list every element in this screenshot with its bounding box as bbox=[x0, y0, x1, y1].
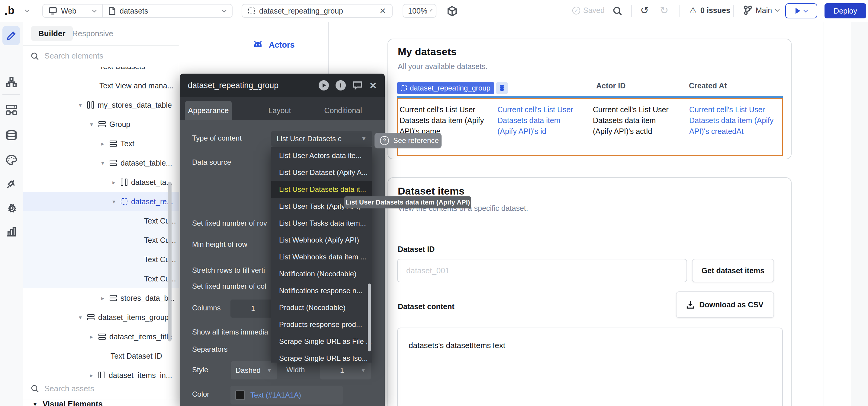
close-icon[interactable]: ✕ bbox=[369, 80, 377, 91]
dropdown-scrollbar[interactable] bbox=[368, 283, 371, 351]
dropdown-option[interactable]: List User Dataset (Apify A... bbox=[271, 164, 372, 181]
property-panel-header[interactable]: dataset_repeating_group i ✕ bbox=[180, 74, 385, 97]
run-icon[interactable] bbox=[319, 80, 329, 91]
plugin-icon[interactable] bbox=[5, 178, 18, 190]
type-of-content-select[interactable]: List User Datasets c ▼ bbox=[271, 131, 372, 146]
palette-icon[interactable] bbox=[5, 154, 18, 166]
dropdown-option[interactable]: Scrape Single URL as File ... bbox=[271, 333, 372, 350]
database-icon[interactable] bbox=[5, 129, 18, 141]
separator-style-select[interactable]: Dashed▼ bbox=[231, 361, 277, 379]
tab-builder[interactable]: Builder bbox=[31, 26, 73, 41]
cell-createdat[interactable]: Current cell's List User Datasets data i… bbox=[689, 104, 784, 137]
tree-item-group[interactable]: ▾Group bbox=[23, 114, 179, 134]
set-rows-label: Set fixed number of rov bbox=[192, 219, 267, 228]
tree-item-text-cu-3[interactable]: Text Cu... bbox=[23, 250, 179, 269]
redo-icon[interactable]: ↻ bbox=[660, 4, 669, 16]
tree-item-dataset-items-in[interactable]: ▸dataset_items_in... bbox=[23, 366, 179, 378]
dropdown-option[interactable]: Product (Nocodable) bbox=[271, 299, 372, 316]
page-select[interactable]: datasets bbox=[103, 7, 232, 15]
dataset-content-box[interactable]: datasets's datasetItemsText bbox=[397, 328, 783, 406]
info-icon[interactable]: i bbox=[336, 80, 346, 91]
tab-layout[interactable]: Layout bbox=[255, 101, 304, 120]
dropdown-option-highlighted[interactable]: List User Datasets data it... bbox=[271, 181, 372, 198]
my-datasets-title: My datasets bbox=[398, 46, 457, 58]
get-dataset-items-button[interactable]: Get dataset items bbox=[692, 259, 774, 282]
dropdown-option[interactable]: List User Tasks data item... bbox=[271, 215, 372, 232]
dataset-repeating-group-chip[interactable]: dataset_repeating_group bbox=[397, 82, 494, 94]
components-icon[interactable] bbox=[5, 104, 18, 116]
cell-actid[interactable]: Current cell's List User Datasets data i… bbox=[593, 104, 673, 137]
expand-arrow-icon[interactable]: ▸ bbox=[99, 140, 106, 147]
search-assets-input[interactable] bbox=[44, 384, 154, 394]
app-logo[interactable]: b bbox=[8, 4, 14, 17]
dropdown-option[interactable]: List Webhooks data item ... bbox=[271, 248, 372, 265]
dropdown-option[interactable]: Notifications response n... bbox=[271, 282, 372, 299]
dropdown-option[interactable]: List Webhook (Apify API) bbox=[271, 232, 372, 248]
tree-item-dataset-re-selected[interactable]: ▾dataset_re... bbox=[23, 192, 179, 211]
cube-icon[interactable] bbox=[446, 5, 458, 17]
element-tab[interactable]: dataset_repeating_group ✕ bbox=[242, 4, 393, 18]
tree-item-text-cu-4[interactable]: Text Cu... bbox=[23, 269, 179, 289]
platform-select[interactable]: Web bbox=[43, 7, 102, 15]
dataset-id-input[interactable] bbox=[397, 259, 687, 282]
chart-icon[interactable] bbox=[5, 226, 18, 238]
tree-item-text-cu-1[interactable]: Text Cu... bbox=[23, 211, 179, 231]
deploy-button[interactable]: Deploy bbox=[825, 3, 866, 19]
search-icon[interactable] bbox=[613, 6, 622, 16]
collapse-arrow-icon[interactable]: ▾ bbox=[111, 198, 117, 205]
expand-arrow-icon[interactable]: ▸ bbox=[88, 372, 95, 378]
branch-select[interactable]: Main bbox=[744, 5, 779, 15]
tree-item-my-stores-data-table[interactable]: ▾my_stores_data_table bbox=[23, 95, 179, 114]
download-csv-button[interactable]: Download as CSV bbox=[676, 292, 774, 318]
search-elements-row bbox=[23, 45, 179, 67]
dropdown-option[interactable]: Scrape Single URL as Iso... bbox=[271, 350, 372, 363]
search-elements-input[interactable] bbox=[44, 51, 154, 61]
tab-appearance[interactable]: Appearance bbox=[185, 101, 232, 120]
tree-item-text-cu-2[interactable]: Text Cu... bbox=[23, 231, 179, 250]
tree-item-dataset-table[interactable]: ▾dataset_table... bbox=[23, 153, 179, 173]
tab-responsive[interactable]: Responsive bbox=[67, 26, 118, 41]
collapse-arrow-icon[interactable]: ▾ bbox=[88, 121, 95, 128]
nav-item-actors[interactable]: Actors bbox=[252, 40, 295, 50]
comment-icon[interactable] bbox=[352, 81, 363, 90]
collapse-arrow-icon[interactable]: ▾ bbox=[77, 102, 84, 109]
expand-arrow-icon[interactable]: ▸ bbox=[111, 179, 117, 186]
dropdown-option[interactable]: Notification (Nocodable) bbox=[271, 265, 372, 282]
dropdown-option[interactable]: List User Actors data ite... bbox=[271, 147, 372, 164]
tree-scrollbar[interactable] bbox=[168, 181, 172, 341]
separator-color-picker[interactable]: Text (#1A1A1A) bbox=[230, 386, 343, 405]
cell-id[interactable]: Current cell's List User Datasets data i… bbox=[497, 104, 581, 137]
data-source-badge[interactable] bbox=[496, 82, 508, 94]
collapse-arrow-icon[interactable]: ▾ bbox=[77, 314, 84, 321]
dropdown-option[interactable]: Products response prod... bbox=[271, 316, 372, 333]
gear-icon[interactable] bbox=[5, 202, 18, 214]
tree-item-text[interactable]: ▸Text bbox=[23, 134, 179, 153]
repeating-group-selection-outline[interactable]: Current cell's List User Datasets data i… bbox=[397, 98, 783, 156]
preview-button[interactable] bbox=[785, 3, 817, 19]
tab-conditional[interactable]: Conditional bbox=[316, 101, 370, 120]
visual-elements-section[interactable]: ▾ Visual Elements bbox=[32, 399, 103, 406]
tree-item-text-view[interactable]: Text View and mana... bbox=[23, 76, 179, 95]
min-height-label: Min height of row bbox=[192, 240, 247, 248]
issues-indicator[interactable]: ⚠ 0 issues bbox=[689, 5, 730, 15]
cell-name[interactable]: Current cell's List User Datasets data i… bbox=[400, 104, 496, 137]
separator-width-select[interactable]: 1▼ bbox=[320, 361, 371, 379]
tree-item-stores-data-b[interactable]: ▸stores_data_b... bbox=[23, 289, 179, 308]
undo-icon[interactable]: ↺ bbox=[640, 4, 649, 16]
tree-item-dataset-items-title[interactable]: ▸dataset_items_title bbox=[23, 327, 179, 346]
close-tab-icon[interactable]: ✕ bbox=[379, 6, 386, 16]
tree-item-dataset-ta[interactable]: ▸dataset_ta... bbox=[23, 173, 179, 192]
expand-arrow-icon[interactable]: ▸ bbox=[99, 295, 106, 302]
tree-item-text-datasets[interactable]: Text Datasets bbox=[23, 67, 179, 76]
logo-menu-chevron-icon[interactable] bbox=[25, 7, 30, 12]
tree-item-text-dataset-id[interactable]: Text Dataset ID bbox=[23, 346, 179, 366]
tree-item-dataset-items-group[interactable]: ▾dataset_items_group bbox=[23, 308, 179, 327]
columns-stepper[interactable]: 1 bbox=[230, 300, 276, 317]
sitemap-icon[interactable] bbox=[5, 76, 18, 88]
expand-arrow-icon[interactable]: ▸ bbox=[88, 333, 95, 340]
pencil-icon[interactable] bbox=[5, 30, 18, 42]
select-caret-icon: ▼ bbox=[267, 367, 272, 374]
collapse-arrow-icon[interactable]: ▾ bbox=[99, 160, 106, 167]
warning-icon: ⚠ bbox=[689, 5, 697, 15]
zoom-select[interactable]: 100% bbox=[403, 4, 436, 18]
